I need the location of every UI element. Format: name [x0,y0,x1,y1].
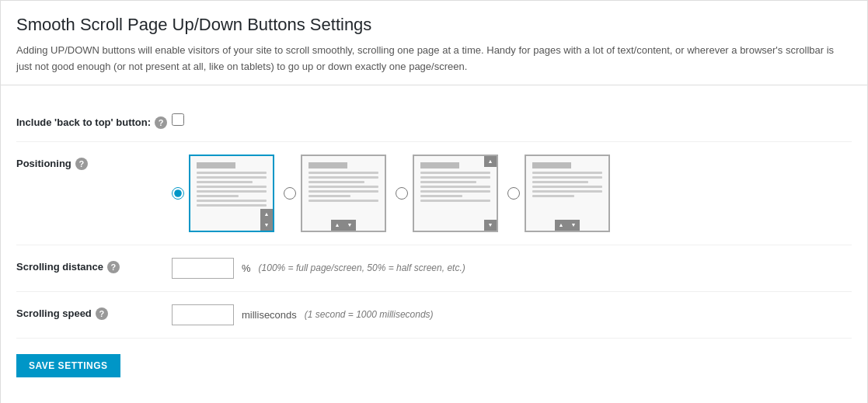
back-to-top-label-text: Include 'back to top' button: [16,116,151,128]
scrolling-speed-hint: (1 second = 1000 milliseconds) [305,309,434,320]
scrolling-speed-tooltip-icon[interactable]: ? [96,307,108,320]
position-radio-1[interactable] [172,187,184,200]
page-description: Adding UP/DOWN buttons will enable visit… [16,43,852,75]
settings-body: Include 'back to top' button: ? Position… [1,85,867,403]
scrolling-distance-control: 100 % (100% = full page/screen, 50% = ha… [172,258,465,279]
scrolling-speed-label: Scrolling speed ? [16,304,172,320]
positioning-row: Positioning ? [16,142,852,245]
position-option-2[interactable]: ▲ ▼ [284,155,386,232]
scrolling-distance-row: Scrolling distance ? 100 % (100% = full … [16,245,852,292]
scrolling-distance-label: Scrolling distance ? [16,258,172,273]
scrolling-distance-tooltip-icon[interactable]: ? [107,261,120,273]
scrolling-speed-input[interactable]: 1200 [172,304,234,325]
save-button[interactable]: SAVE SETTINGS [16,354,120,377]
positioning-label-text: Positioning [16,158,71,169]
positioning-tooltip-icon[interactable]: ? [75,158,88,170]
position-radio-3[interactable] [396,187,408,200]
save-row: SAVE SETTINGS [16,339,852,393]
position-thumb-3: ▲ ▼ [413,155,498,232]
position-radio-2[interactable] [284,187,296,200]
scrolling-speed-row: Scrolling speed ? 1200 milliseconds (1 s… [16,292,852,339]
scrolling-speed-label-text: Scrolling speed [16,307,92,319]
position-thumb-1: ▲ ▼ [189,155,274,232]
scrolling-distance-hint: (100% = full page/screen, 50% = half scr… [259,262,465,273]
back-to-top-tooltip-icon[interactable]: ? [155,116,167,129]
scrolling-distance-unit: % [242,262,251,274]
scrolling-distance-input[interactable]: 100 [172,258,234,279]
scrolling-speed-control: 1200 milliseconds (1 second = 1000 milli… [172,304,434,325]
page-title: Smooth Scroll Page Up/Down Buttons Setti… [16,15,852,35]
back-to-top-row: Include 'back to top' button: ? [16,101,852,142]
position-radio-4[interactable] [507,187,520,200]
back-to-top-control [172,113,184,126]
settings-page: Smooth Scroll Page Up/Down Buttons Setti… [0,0,868,403]
back-to-top-label: Include 'back to top' button: ? [16,113,172,129]
positioning-control: ▲ ▼ [172,155,610,232]
positioning-label: Positioning ? [16,155,172,170]
position-option-3[interactable]: ▲ ▼ [396,155,498,232]
position-option-1[interactable]: ▲ ▼ [172,155,274,232]
position-option-4[interactable]: ▲ ▼ [507,155,610,232]
down-btn-3: ▼ [484,220,497,231]
scrolling-speed-unit: milliseconds [242,309,297,321]
scrolling-distance-label-text: Scrolling distance [16,261,103,273]
back-to-top-checkbox[interactable] [172,113,184,126]
position-thumb-4: ▲ ▼ [525,155,610,232]
page-header: Smooth Scroll Page Up/Down Buttons Setti… [1,1,867,85]
position-thumb-2: ▲ ▼ [301,155,386,232]
